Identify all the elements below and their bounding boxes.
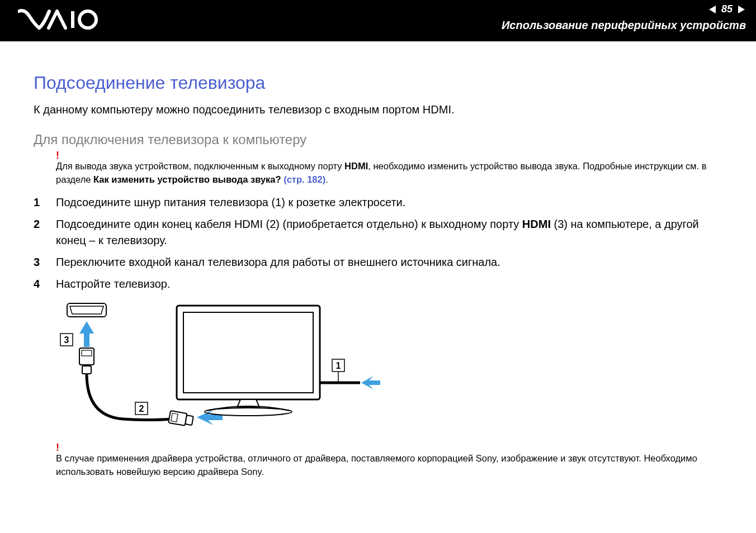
svg-marker-20 (361, 376, 380, 389)
step-1-text: Подсоедините шнур питания телевизора (1)… (56, 196, 405, 208)
svg-text:2: 2 (139, 404, 144, 413)
svg-rect-10 (82, 366, 91, 374)
svg-marker-2 (709, 6, 716, 13)
svg-rect-0 (71, 11, 74, 28)
warn1-bold2: Как изменить устройство вывода звука? (93, 174, 284, 184)
page-number: 85 (721, 3, 733, 15)
svg-text:1: 1 (336, 361, 341, 370)
page-header: 85 Использование периферийных устройств (0, 0, 756, 41)
step-3-text: Переключите входной канал телевизора для… (56, 256, 500, 268)
warning-text-1: Для вывода звука устройством, подключенн… (56, 160, 722, 187)
intro-text: К данному компьютеру можно подсоединить … (34, 103, 722, 116)
svg-marker-14 (197, 410, 223, 425)
page-title: Подсоединение телевизора (34, 73, 722, 93)
hdmi-cable-icon (87, 374, 171, 420)
tv-icon (177, 306, 320, 416)
hdmi-port-icon (67, 303, 106, 317)
warn1-prefix: Для вывода звука устройством, подключенн… (56, 161, 344, 171)
svg-rect-13 (185, 415, 193, 425)
warning-note-2: ! В случае применения драйвера устройств… (34, 452, 722, 479)
arrow-power-icon (361, 376, 380, 389)
section-title: Использование периферийных устройств (502, 19, 746, 32)
warn1-suffix: . (325, 174, 328, 184)
vaio-logo (18, 8, 99, 34)
arrow-up-icon (79, 321, 94, 347)
warn1-bold1: HDMI (344, 161, 368, 171)
hdmi-connector-end-icon (168, 411, 193, 427)
svg-rect-18 (183, 312, 313, 393)
callout-1: 1 (332, 359, 344, 372)
step-4-text: Настройте телевизор. (56, 278, 171, 290)
warn1-link[interactable]: (стр. 182) (284, 174, 325, 184)
svg-point-19 (205, 408, 292, 416)
svg-point-1 (79, 11, 96, 28)
step-2: Подсоедините один конец кабеля HDMI (2) … (56, 216, 722, 249)
steps-list: Подсоедините шнур питания телевизора (1)… (34, 194, 722, 292)
warning-text-2: В случае применения драйвера устройства,… (56, 452, 722, 479)
arrow-right-tv-icon (197, 410, 223, 425)
warning-note-1: ! Для вывода звука устройством, подключе… (34, 160, 722, 187)
hdmi-connector-icon (79, 348, 94, 374)
warning-icon: ! (56, 150, 59, 161)
step-1: Подсоедините шнур питания телевизора (1)… (56, 194, 722, 211)
callout-3: 3 (60, 334, 73, 346)
svg-text:3: 3 (64, 335, 69, 345)
page-nav: 85 (708, 3, 746, 15)
nav-prev-icon[interactable] (708, 5, 718, 14)
nav-next-icon[interactable] (736, 5, 746, 14)
step-2-text-a: Подсоедините один конец кабеля HDMI (2) … (56, 218, 522, 230)
step-3: Переключите входной канал телевизора для… (56, 254, 722, 270)
svg-rect-4 (67, 303, 106, 317)
connection-diagram: 3 2 (56, 299, 722, 446)
svg-marker-5 (79, 321, 94, 347)
subheading: Для подключения телевизора к компьютеру (34, 132, 722, 147)
callout-2: 2 (135, 402, 148, 415)
step-4: Настройте телевизор. (56, 276, 722, 292)
step-2-bold: HDMI (522, 218, 551, 230)
page-content: Подсоединение телевизора К данному компь… (0, 41, 756, 490)
warning-icon: ! (56, 442, 59, 454)
svg-marker-3 (738, 6, 745, 13)
